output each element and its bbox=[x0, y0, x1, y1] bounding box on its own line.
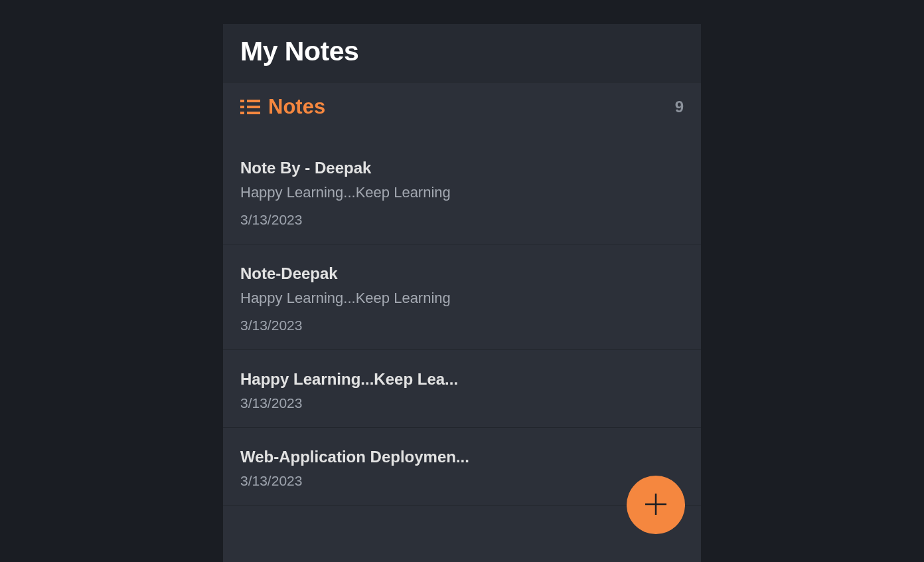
plus-icon bbox=[643, 491, 669, 519]
note-body: Happy Learning...Keep Learning bbox=[240, 290, 684, 307]
svg-rect-2 bbox=[240, 106, 244, 108]
section-header-left: Notes bbox=[240, 95, 325, 119]
svg-rect-3 bbox=[247, 106, 260, 108]
notes-count: 9 bbox=[675, 98, 684, 116]
list-icon bbox=[240, 98, 260, 116]
app-header: My Notes bbox=[223, 24, 701, 83]
section-header: Notes 9 bbox=[223, 83, 701, 131]
section-title: Notes bbox=[268, 95, 325, 119]
notes-panel: My Notes Notes 9 Note By - Deepak Happy … bbox=[223, 24, 701, 562]
note-date: 3/13/2023 bbox=[240, 212, 684, 228]
note-title: Web-Application Deploymen... bbox=[240, 448, 479, 466]
add-note-button[interactable] bbox=[627, 476, 685, 534]
note-date: 3/13/2023 bbox=[240, 473, 684, 489]
app-title: My Notes bbox=[240, 36, 684, 67]
svg-rect-5 bbox=[247, 112, 260, 114]
note-date: 3/13/2023 bbox=[240, 318, 684, 333]
note-title: Note-Deepak bbox=[240, 264, 479, 283]
note-title: Note By - Deepak bbox=[240, 159, 479, 177]
note-item[interactable]: Note-Deepak Happy Learning...Keep Learni… bbox=[223, 244, 701, 350]
note-item[interactable]: Happy Learning...Keep Lea... 3/13/2023 bbox=[223, 350, 701, 428]
svg-rect-0 bbox=[240, 100, 244, 102]
note-item[interactable]: Note By - Deepak Happy Learning...Keep L… bbox=[223, 131, 701, 244]
note-date: 3/13/2023 bbox=[240, 395, 684, 411]
note-title: Happy Learning...Keep Lea... bbox=[240, 370, 479, 389]
svg-rect-1 bbox=[247, 100, 260, 102]
note-body: Happy Learning...Keep Learning bbox=[240, 184, 684, 201]
svg-rect-4 bbox=[240, 112, 244, 114]
